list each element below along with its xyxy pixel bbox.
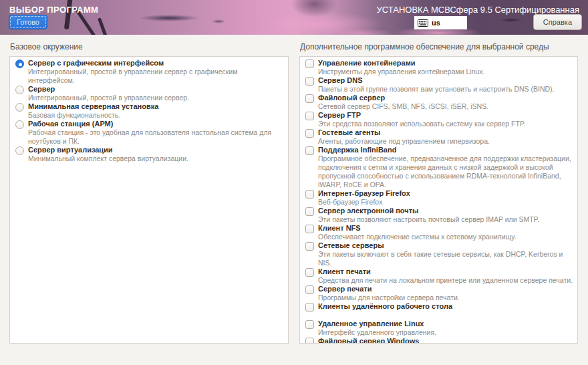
checkbox[interactable]	[305, 268, 314, 277]
option-title: Интернет-браузер Firefox	[318, 189, 573, 198]
base-environment-option[interactable]: Минимальная серверная установкаБазовая ф…	[14, 102, 284, 120]
checkbox[interactable]	[305, 59, 314, 68]
header-bar: ВЫБОР ПРОГРАММ Готово УСТАНОВКА МСВСфера…	[0, 0, 588, 35]
radio-button[interactable]	[15, 86, 24, 94]
option-description: Пакеты в этой группе позволят вам устано…	[318, 85, 573, 94]
option-text: СерверИнтегрированный, простой в управле…	[28, 85, 284, 102]
option-title: Клиент печати	[318, 267, 573, 276]
option-description: Сетевой сервер CIFS, SMB, NFS, iSCSI, iS…	[318, 102, 573, 111]
option-text: Сервер DNSПакеты в этой группе позволят …	[318, 76, 573, 94]
option-description: Рабочая станция - это удобная для пользо…	[28, 128, 284, 146]
option-description: Агенты, работающие под управлением гипер…	[318, 137, 573, 146]
addon-option[interactable]: Управление контейнерамиИнструменты для у…	[304, 59, 573, 76]
option-title: Файловый сервер	[318, 94, 573, 102]
addon-option[interactable]: Клиент NFSОбеспечивает подключение систе…	[304, 224, 573, 241]
option-title: Управление контейнерами	[318, 59, 573, 68]
option-title: Сервер FTP	[318, 111, 573, 120]
checkbox[interactable]	[305, 320, 314, 329]
done-button[interactable]: Готово	[9, 15, 47, 29]
radio-button-selected[interactable]	[15, 59, 24, 68]
addon-option[interactable]: Гостевые агентыАгенты, работающие под уп…	[304, 128, 573, 146]
keyboard-icon	[418, 19, 428, 27]
addon-option[interactable]: Удаленное управление LinuxИнтерфейс удал…	[304, 320, 573, 337]
option-text: Рабочая станция (АРМ)Рабочая станция - э…	[28, 120, 284, 146]
option-description: Обеспечивает подключение системы к сетев…	[318, 233, 573, 241]
keyboard-layout-indicator[interactable]: us	[414, 16, 467, 29]
checkbox[interactable]	[305, 94, 314, 103]
addon-option[interactable]: Интернет-браузер FirefoxВеб-браузер Fire…	[304, 189, 573, 207]
radio-button[interactable]	[15, 103, 24, 112]
base-environment-option[interactable]: СерверИнтегрированный, простой в управле…	[14, 85, 284, 102]
option-text: Файловый сервер WindowsЭта группа пакето…	[318, 337, 573, 344]
base-environment-option[interactable]: Рабочая станция (АРМ)Рабочая станция - э…	[14, 120, 284, 146]
addons-label: Дополнительное программное обеспечение д…	[300, 42, 578, 52]
option-text: Гостевые агентыАгенты, работающие под уп…	[318, 128, 573, 146]
addon-option[interactable]: Клиенты удалённого рабочего стола	[304, 302, 573, 320]
checkbox[interactable]	[305, 146, 314, 155]
checkbox[interactable]	[305, 112, 314, 120]
option-description: Веб-браузер Firefox	[318, 198, 573, 207]
addon-option[interactable]: Сетевые серверыЭти пакеты включают в себ…	[304, 241, 573, 267]
addon-option[interactable]: Сервер электронной почтыЭти пакеты позво…	[304, 207, 573, 224]
radio-button[interactable]	[15, 120, 24, 129]
option-title: Сервер DNS	[318, 76, 573, 85]
option-text: Минимальная серверная установкаБазовая ф…	[28, 102, 284, 120]
checkbox[interactable]	[305, 77, 314, 86]
option-text: Клиенты удалённого рабочего стола	[318, 302, 573, 320]
addon-option[interactable]: Сервер FTPЭти средства позволяют использ…	[304, 111, 573, 128]
checkbox[interactable]	[305, 129, 314, 138]
checkbox[interactable]	[305, 242, 314, 251]
checkbox[interactable]	[305, 190, 314, 199]
option-description	[318, 311, 573, 320]
option-title: Удаленное управление Linux	[318, 320, 573, 328]
base-environment-column: Базовое окружение Сервер с графическим и…	[9, 41, 289, 344]
addon-option[interactable]: Клиент печатиСредства для печати на лока…	[304, 267, 573, 285]
option-title: Гостевые агенты	[318, 128, 573, 137]
option-description: Интерфейс удаленного управления.	[318, 328, 573, 337]
base-environment-option[interactable]: Сервер виртуализацииМинимальный комплект…	[14, 146, 284, 163]
option-title: Минимальная серверная установка	[28, 102, 284, 111]
checkbox[interactable]	[305, 303, 314, 312]
option-title: Сервер электронной почты	[318, 207, 573, 215]
base-environment-label: Базовое окружение	[10, 42, 289, 52]
addons-panel: Управление контейнерамиИнструменты для у…	[299, 56, 578, 344]
addon-option[interactable]: Файловый сервер WindowsЭта группа пакето…	[304, 337, 573, 344]
option-description: Программное обеспечение, предназначенное…	[318, 154, 573, 189]
header-background-art	[98, 17, 109, 35]
page-title: ВЫБОР ПРОГРАММ	[9, 5, 98, 15]
option-text: Сервер виртуализацииМинимальный комплект…	[28, 146, 284, 163]
option-text: Сервер с графическим интерфейсомИнтегрир…	[28, 59, 284, 85]
radio-button[interactable]	[15, 146, 24, 155]
option-text: Управление контейнерамиИнструменты для у…	[318, 59, 573, 76]
option-title: Сервер	[28, 85, 284, 94]
content-area: Базовое окружение Сервер с графическим и…	[0, 35, 588, 344]
product-title: УСТАНОВКА МСВСфера 9.5 Сертифицированная	[377, 5, 579, 15]
option-text: Поддержка InfiniBandПрограммное обеспече…	[318, 146, 573, 189]
option-description: Инструменты для управления контейнерами …	[318, 68, 573, 76]
option-description: Программы для настройки сервера печати.	[318, 293, 573, 302]
help-button[interactable]: Справка	[533, 14, 582, 30]
base-environment-option[interactable]: Сервер с графическим интерфейсомИнтегрир…	[14, 59, 284, 85]
option-text: Сетевые серверыЭти пакеты включают в себ…	[318, 241, 573, 267]
option-title: Поддержка InfiniBand	[318, 146, 573, 154]
option-title: Сервер с графическим интерфейсом	[28, 59, 284, 68]
option-text: Удаленное управление LinuxИнтерфейс удал…	[318, 320, 573, 337]
addons-column: Дополнительное программное обеспечение д…	[299, 41, 578, 344]
keyboard-layout-code: us	[432, 19, 440, 27]
option-text: Сервер FTPЭти средства позволяют использ…	[318, 111, 573, 128]
option-description: Эти средства позволяют использовать сист…	[318, 120, 573, 128]
option-description: Эти пакеты включают в себя такие сетевые…	[318, 250, 573, 267]
addon-option[interactable]: Файловый серверСетевой сервер CIFS, SMB,…	[304, 94, 573, 111]
option-title: Сервер виртуализации	[28, 146, 284, 154]
checkbox[interactable]	[305, 225, 314, 233]
checkbox[interactable]	[305, 207, 314, 216]
option-description: Интегрированный, простой в управлении се…	[28, 68, 284, 85]
checkbox[interactable]	[305, 285, 314, 294]
checkbox[interactable]	[305, 338, 314, 344]
option-text: Интернет-браузер FirefoxВеб-браузер Fire…	[318, 189, 573, 207]
addon-option[interactable]: Сервер DNSПакеты в этой группе позволят …	[304, 76, 573, 94]
base-environment-panel: Сервер с графическим интерфейсомИнтегрир…	[9, 56, 289, 344]
addon-option[interactable]: Поддержка InfiniBandПрограммное обеспече…	[304, 146, 573, 189]
addon-option[interactable]: Сервер печатиПрограммы для настройки сер…	[304, 285, 573, 302]
option-text: Файловый серверСетевой сервер CIFS, SMB,…	[318, 94, 573, 111]
